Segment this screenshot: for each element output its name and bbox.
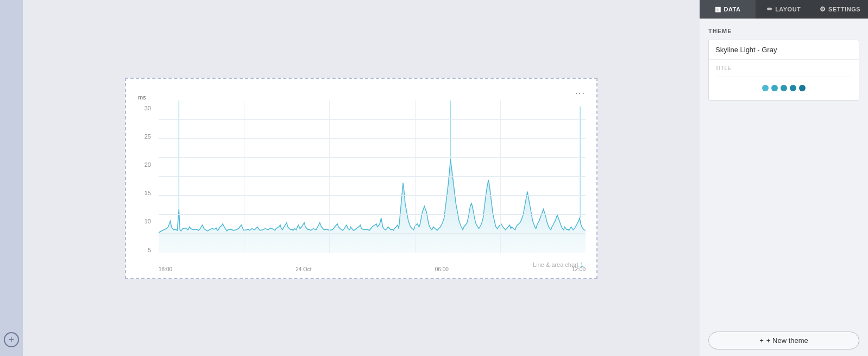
- theme-preview-title: TITLE: [715, 65, 852, 71]
- tab-data-label: DATA: [724, 6, 740, 13]
- y-label-25: 25: [138, 133, 151, 140]
- settings-tab-icon: ⚙: [820, 5, 826, 13]
- tab-settings-label: SETTINGS: [828, 6, 860, 13]
- theme-card: Skyline Light - Gray TITLE: [708, 40, 859, 101]
- chart-inner: ··· ms 5 10 15 20 25 30: [131, 84, 591, 272]
- x-label-1800: 18:00: [159, 266, 172, 272]
- grid-line-3: [159, 195, 586, 196]
- main-content: ··· ms 5 10 15 20 25 30: [23, 0, 700, 356]
- grid-line-2: [159, 214, 586, 215]
- preview-dot-5: [799, 85, 806, 91]
- chart-y-axis: 5 10 15 20 25 30: [138, 105, 151, 253]
- preview-dot-2: [771, 85, 778, 91]
- new-theme-button[interactable]: + + New theme: [708, 332, 859, 349]
- theme-name: Skyline Light - Gray: [709, 40, 859, 60]
- chart-title-text: Line & area chart: [533, 261, 578, 268]
- chart-unit-label: ms: [138, 94, 146, 101]
- chart-title-area: Line & area chart 1: [533, 261, 583, 268]
- chart-x-axis: 18:00 24 Oct 06:00 12:00: [159, 266, 586, 272]
- theme-section-label: THEME: [708, 28, 859, 34]
- chart-more-button[interactable]: ···: [575, 89, 586, 98]
- tab-settings[interactable]: ⚙ SETTINGS: [812, 0, 868, 18]
- more-icon: ···: [575, 89, 586, 98]
- preview-dot-4: [790, 85, 796, 91]
- y-label-30: 30: [138, 105, 151, 111]
- new-theme-label: + New theme: [766, 336, 808, 345]
- add-panel-button[interactable]: +: [4, 332, 19, 347]
- grid-line-4: [159, 176, 586, 177]
- right-panel: ▦ DATA ✏ LAYOUT ⚙ SETTINGS THEME Skyline…: [700, 0, 868, 356]
- chart-plot-area: [159, 101, 586, 253]
- chart-line-svg: [159, 101, 586, 253]
- y-label-15: 15: [138, 190, 151, 196]
- plus-icon: +: [9, 334, 15, 346]
- y-label-5: 5: [138, 247, 151, 253]
- chart-container: ··· ms 5 10 15 20 25 30: [125, 78, 597, 279]
- chart-title-number: 1: [580, 261, 583, 268]
- tab-layout[interactable]: ✏ LAYOUT: [756, 0, 812, 18]
- preview-dot-3: [781, 85, 787, 91]
- y-label-20: 20: [138, 161, 151, 168]
- preview-dot-1: [762, 85, 769, 91]
- tab-layout-label: LAYOUT: [775, 6, 801, 13]
- data-tab-icon: ▦: [715, 5, 721, 13]
- layout-tab-icon: ✏: [767, 5, 773, 13]
- plus-icon-theme: +: [759, 336, 764, 345]
- panel-body: THEME Skyline Light - Gray TITLE: [700, 19, 868, 325]
- grid-line-5: [159, 157, 586, 158]
- grid-line-1: [159, 233, 586, 234]
- y-label-10: 10: [138, 218, 151, 224]
- grid-line-7: [159, 119, 586, 120]
- preview-dots: [715, 82, 852, 95]
- grid-line-6: [159, 138, 586, 139]
- x-label-24oct: 24 Oct: [295, 266, 311, 272]
- x-label-0600: 06:00: [435, 266, 449, 272]
- theme-preview: TITLE: [709, 60, 859, 100]
- left-sidebar: +: [0, 0, 23, 356]
- tab-data[interactable]: ▦ DATA: [700, 0, 756, 18]
- panel-tabs: ▦ DATA ✏ LAYOUT ⚙ SETTINGS: [700, 0, 868, 19]
